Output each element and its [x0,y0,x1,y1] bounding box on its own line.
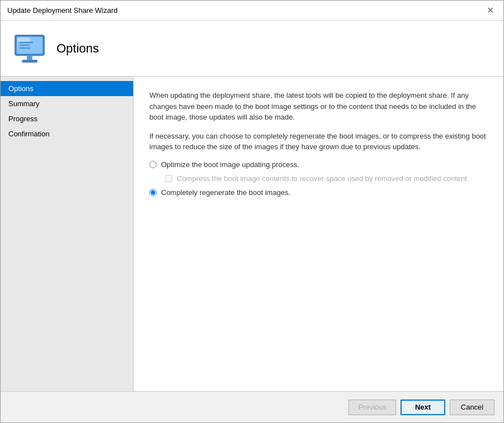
footer: Previous Next Cancel [1,391,503,422]
close-button[interactable]: ✕ [483,4,497,17]
sidebar-item-options[interactable]: Options [1,81,133,96]
header-area: Options [1,21,503,77]
svg-rect-3 [27,55,32,60]
svg-rect-6 [20,45,30,46]
svg-rect-4 [22,60,37,63]
title-bar: Update Deployment Share Wizard ✕ [1,1,503,21]
regenerate-option: Completely regenerate the boot images. [149,188,488,197]
compress-option: Compress the boot image contents to reco… [165,174,488,183]
sidebar-item-summary[interactable]: Summary [1,96,133,111]
sidebar-item-confirmation[interactable]: Confirmation [1,126,133,141]
sidebar: Options Summary Progress Confirmation [1,77,134,391]
description-1: When updating the deployment share, the … [149,90,488,123]
compress-label: Compress the boot image contents to reco… [177,174,469,183]
optimize-option: Optimize the boot image updating process… [149,160,488,169]
wizard-window: Update Deployment Share Wizard ✕ O [0,0,504,423]
regenerate-radio[interactable] [149,189,157,196]
computer-icon [12,31,48,66]
previous-button[interactable]: Previous [348,400,396,415]
page-title: Options [56,41,99,56]
description-2: If necessary, you can choose to complete… [149,131,488,153]
cancel-button[interactable]: Cancel [450,400,494,415]
optimize-radio[interactable] [149,161,157,168]
optimize-label[interactable]: Optimize the boot image updating process… [161,160,299,169]
svg-rect-5 [20,42,33,43]
svg-rect-2 [17,37,30,42]
window-title: Update Deployment Share Wizard [7,6,117,15]
regenerate-label[interactable]: Completely regenerate the boot images. [161,188,290,197]
content-area: Options Summary Progress Confirmation Wh… [1,77,503,391]
options-section: Optimize the boot image updating process… [149,160,488,197]
svg-rect-7 [20,47,31,49]
sidebar-item-progress[interactable]: Progress [1,111,133,126]
main-panel: When updating the deployment share, the … [134,77,503,391]
next-button[interactable]: Next [401,400,445,415]
compress-checkbox[interactable] [165,175,172,182]
